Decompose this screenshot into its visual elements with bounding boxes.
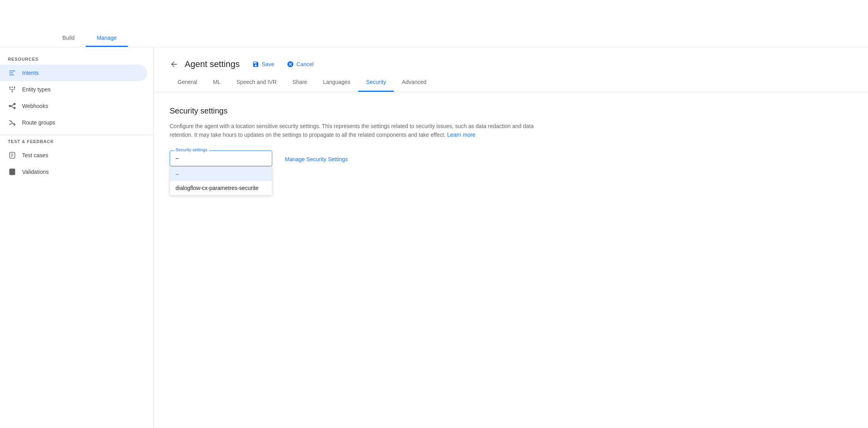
- sidebar-divider: [0, 135, 153, 135]
- svg-rect-0: [9, 71, 15, 71]
- top-bar: Build Manage: [0, 0, 868, 47]
- dropdown-option-dialogflow[interactable]: dialogflow-cx-parametres-securite: [170, 181, 272, 195]
- svg-point-3: [9, 87, 11, 88]
- sidebar-item-test-cases[interactable]: Test cases: [0, 147, 147, 164]
- svg-point-13: [14, 107, 15, 109]
- sidebar-item-label-intents: Intents: [22, 70, 39, 76]
- cancel-button[interactable]: Cancel: [284, 58, 317, 70]
- resources-label: RESOURCES: [0, 57, 153, 65]
- sidebar-item-label-webhooks: Webhooks: [22, 103, 48, 109]
- dropdown-menu: – dialogflow-cx-parametres-securite: [170, 166, 272, 195]
- page-title: Agent settings: [185, 59, 239, 69]
- tab-advanced[interactable]: Advanced: [394, 73, 434, 92]
- save-label: Save: [262, 61, 274, 67]
- header-actions: Save Cancel: [249, 58, 317, 70]
- intents-icon: [8, 69, 17, 77]
- settings-row: Security settings – – dialogflow-cx-para…: [170, 151, 852, 166]
- manage-security-settings-link[interactable]: Manage Security Settings: [285, 151, 348, 162]
- sidebar-item-entity-types[interactable]: Entity types: [0, 81, 147, 98]
- test-feedback-label: TEST & FEEDBACK: [0, 139, 153, 147]
- svg-point-4: [11, 87, 13, 88]
- svg-point-5: [14, 87, 15, 88]
- cancel-label: Cancel: [296, 61, 314, 67]
- tab-speech-ivr[interactable]: Speech and IVR: [228, 73, 284, 92]
- tab-security[interactable]: Security: [358, 73, 394, 92]
- tab-general[interactable]: General: [170, 73, 205, 92]
- sidebar-item-label-entity: Entity types: [22, 86, 51, 93]
- svg-rect-1: [9, 73, 13, 73]
- sidebar-item-route-groups[interactable]: Route groups: [0, 114, 147, 131]
- svg-rect-2: [9, 74, 15, 75]
- sidebar-item-label-validations: Validations: [22, 169, 49, 175]
- sidebar-item-label-route-groups: Route groups: [22, 119, 55, 126]
- tab-build[interactable]: Build: [51, 30, 86, 47]
- tab-ml[interactable]: ML: [205, 73, 228, 92]
- entity-types-icon: [8, 85, 17, 94]
- section-description: Configure the agent with a location sens…: [170, 122, 548, 140]
- security-settings-dropdown[interactable]: Security settings –: [170, 151, 272, 166]
- save-button[interactable]: Save: [249, 58, 277, 70]
- main-content: Agent settings Save Cancel General ML Sp…: [154, 47, 868, 428]
- route-groups-icon: [8, 118, 17, 127]
- svg-point-12: [14, 103, 15, 105]
- sidebar-item-label-test-cases: Test cases: [22, 152, 48, 158]
- dropdown-value: –: [176, 155, 266, 163]
- webhooks-icon: [8, 102, 17, 110]
- section-title: Security settings: [170, 106, 852, 115]
- content-area: Security settings Configure the agent wi…: [154, 92, 868, 181]
- top-tabs: Build Manage: [51, 30, 128, 47]
- sidebar: RESOURCES Intents: [0, 47, 154, 428]
- sidebar-item-intents[interactable]: Intents: [0, 65, 147, 81]
- learn-more-link[interactable]: Learn more: [447, 132, 475, 138]
- validations-icon: [8, 167, 17, 176]
- sidebar-item-webhooks[interactable]: Webhooks: [0, 98, 147, 114]
- svg-point-10: [11, 91, 13, 92]
- agent-settings-header: Agent settings Save Cancel: [154, 47, 868, 70]
- test-cases-icon: [8, 151, 17, 160]
- security-settings-dropdown-wrapper: Security settings – – dialogflow-cx-para…: [170, 151, 272, 166]
- back-button[interactable]: [170, 60, 178, 69]
- description-text: Configure the agent with a location sens…: [170, 123, 534, 138]
- dropdown-option-none[interactable]: –: [170, 167, 272, 181]
- tab-languages[interactable]: Languages: [315, 73, 358, 92]
- tab-share[interactable]: Share: [284, 73, 315, 92]
- layout: RESOURCES Intents: [0, 47, 868, 428]
- tabs-bar: General ML Speech and IVR Share Language…: [154, 73, 868, 92]
- sidebar-item-validations[interactable]: Validations: [0, 164, 147, 180]
- dropdown-label: Security settings: [174, 147, 209, 152]
- tab-manage[interactable]: Manage: [86, 30, 128, 47]
